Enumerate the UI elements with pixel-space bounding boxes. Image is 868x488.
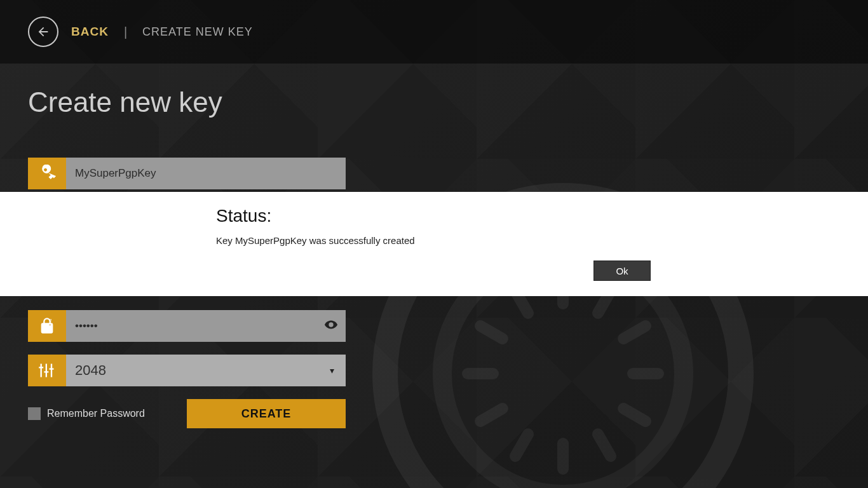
modal-message: Key MySuperPgpKey was successfully creat… xyxy=(216,235,868,246)
back-button[interactable] xyxy=(28,17,58,47)
chevron-down-icon: ▾ xyxy=(330,365,334,376)
back-label[interactable]: BACK xyxy=(71,25,109,39)
keysize-select[interactable]: 2048 ▾ xyxy=(66,355,346,386)
remember-password-label: Remember Password xyxy=(47,408,145,419)
reveal-password-icon[interactable] xyxy=(324,318,338,334)
key-name-row xyxy=(28,158,346,189)
ok-button[interactable]: Ok xyxy=(593,261,651,281)
confirm-password-input[interactable] xyxy=(66,310,346,342)
modal-title: Status: xyxy=(216,206,868,226)
arrow-left-icon xyxy=(36,25,50,39)
footer-row: Remember Password CREATE xyxy=(28,399,346,428)
confirm-password-row: 2 xyxy=(28,310,346,342)
svg-text:2: 2 xyxy=(50,318,52,323)
status-modal: Status: Key MySuperPgpKey was successful… xyxy=(0,192,868,296)
page-title: Create new key xyxy=(28,86,868,118)
breadcrumb: CREATE NEW KEY xyxy=(142,25,253,39)
key-icon xyxy=(28,158,66,189)
separator: | xyxy=(124,25,127,39)
sliders-icon xyxy=(28,355,66,386)
key-name-input[interactable] xyxy=(66,158,346,189)
remember-password-checkbox[interactable] xyxy=(28,407,41,420)
keysize-row: 2048 ▾ xyxy=(28,355,346,386)
create-button[interactable]: CREATE xyxy=(187,399,346,428)
header-bar: BACK | CREATE NEW KEY xyxy=(0,0,868,64)
keysize-value: 2048 xyxy=(75,362,106,379)
lock-confirm-icon: 2 xyxy=(28,310,66,342)
